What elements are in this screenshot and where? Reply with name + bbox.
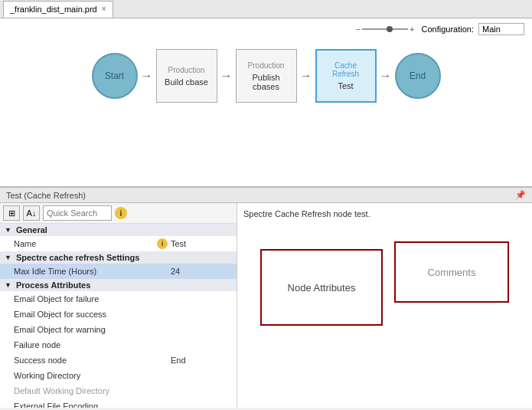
workflow-node-start[interactable]: Start [92, 53, 138, 99]
node-publish-cbases-label: Publishcbases [252, 73, 279, 91]
node-publish-cbases-type: Production [248, 61, 285, 70]
prop-row-max-idle: Max Idle Time (Hours) 24 [0, 264, 237, 279]
prop-value-name-container: i Test [157, 238, 232, 249]
slider-thumb [387, 26, 393, 32]
node-attributes-box: Node Attributes [260, 249, 383, 326]
prop-label-success-node: Success node [14, 356, 171, 365]
main-tab[interactable]: _franklin_dist_main.prd × [3, 1, 113, 18]
bottom-panel: Test (Cache Refresh) 📌 ⊞ A↓ i ▼ General … [0, 187, 532, 408]
prop-row-success-node: Success node End [0, 353, 237, 368]
arrow-2: → [217, 69, 236, 83]
comments-label: Comments [428, 267, 476, 278]
panel-title: Test (Cache Refresh) [6, 191, 86, 200]
prop-row-working-dir: Working Directory [0, 368, 237, 383]
tab-bar: _franklin_dist_main.prd × [0, 0, 532, 18]
prop-label-email-warning: Email Object for warning [14, 325, 171, 334]
prop-row-email-success: Email Object for success [0, 307, 237, 322]
chevron-spectre: ▼ [5, 254, 11, 261]
workflow-node-build-cbase[interactable]: Production Build cbase [156, 49, 217, 103]
chevron-general: ▼ [5, 226, 11, 234]
prop-label-email-success: Email Object for success [14, 310, 171, 319]
node-attributes-label: Node Attributes [288, 282, 356, 294]
prop-label-email-failure: Email Object for failure [14, 294, 171, 303]
section-general: ▼ General [0, 224, 237, 236]
node-build-cbase-type: Production [168, 66, 205, 74]
chevron-process: ▼ [5, 281, 11, 289]
zoom-minus[interactable]: − [356, 25, 361, 34]
props-toolbar: ⊞ A↓ i [0, 203, 237, 224]
prop-row-name: Name i Test [0, 236, 237, 251]
content-panel: Spectre Cache Refresh node test. Node At… [237, 203, 532, 408]
workflow-diagram: Start → Production Build cbase → Product… [0, 18, 532, 133]
prop-row-email-failure: Email Object for failure [0, 291, 237, 307]
panel-title-bar: Test (Cache Refresh) 📌 [0, 188, 532, 203]
prop-value-success-node: End [171, 356, 232, 365]
prop-label-max-idle: Max Idle Time (Hours) [14, 267, 171, 276]
section-process-attrs: ▼ Process Attributes [0, 279, 237, 291]
prop-value-name: Test [171, 239, 232, 248]
prop-label-working-dir: Working Directory [14, 371, 171, 380]
info-icon-label: i [120, 209, 122, 218]
prop-row-default-working-dir: Default Working Directory [0, 383, 237, 399]
section-process-label: Process Attributes [16, 280, 90, 290]
info-icon[interactable]: i [115, 207, 127, 219]
prop-name-icon: i [157, 238, 168, 249]
prop-label-file-encoding: External File Encoding [14, 402, 171, 408]
panel-content: ⊞ A↓ i ▼ General Name i Test [0, 203, 532, 408]
prop-row-email-warning: Email Object for warning [0, 322, 237, 337]
section-spectre-cache: ▼ Spectre cache refresh Settings [0, 251, 237, 264]
node-cache-refresh-label: Test [338, 81, 353, 90]
node-cache-refresh-type: CacheRefresh [332, 61, 359, 78]
workflow-node-publish-cbases[interactable]: Production Publishcbases [236, 49, 297, 103]
node-end-label: End [410, 71, 426, 81]
arrow-3: → [297, 69, 315, 83]
canvas-area: − + Configuration: Start → Production Bu… [0, 18, 532, 187]
zoom-slider[interactable]: − + [356, 24, 417, 34]
node-build-cbase-label: Build cbase [165, 77, 208, 87]
prop-label-failure-node: Failure node [14, 340, 171, 349]
prop-value-max-idle: 24 [171, 267, 232, 276]
arrow-1: → [138, 69, 156, 83]
arrow-4: → [377, 69, 395, 83]
prop-row-file-encoding: External File Encoding [0, 399, 237, 408]
tab-close-button[interactable]: × [102, 5, 106, 13]
config-label: Configuration: [422, 25, 475, 34]
properties-panel: ⊞ A↓ i ▼ General Name i Test [0, 203, 237, 408]
prop-label-name: Name [14, 239, 157, 248]
zoom-plus[interactable]: + [410, 25, 414, 34]
config-input[interactable] [478, 23, 524, 35]
slider-track [362, 28, 408, 30]
node-start-label: Start [105, 71, 124, 81]
tab-label: _franklin_dist_main.prd [10, 5, 97, 14]
prop-label-default-working-dir: Default Working Directory [14, 386, 171, 395]
panel-description: Spectre Cache Refresh node test. [243, 209, 526, 218]
sort-button[interactable]: ⊞ [3, 205, 20, 221]
comments-box: Comments [394, 241, 509, 303]
config-bar: − + Configuration: [356, 23, 525, 35]
section-general-label: General [16, 225, 47, 235]
pin-icon[interactable]: 📌 [515, 190, 526, 200]
az-sort-button[interactable]: A↓ [23, 205, 40, 221]
workflow-node-cache-refresh[interactable]: CacheRefresh Test [315, 49, 377, 103]
workflow-node-end[interactable]: End [395, 53, 441, 99]
prop-row-failure-node: Failure node [0, 337, 237, 353]
section-spectre-label: Spectre cache refresh Settings [16, 253, 139, 262]
quick-search-input[interactable] [43, 205, 112, 221]
